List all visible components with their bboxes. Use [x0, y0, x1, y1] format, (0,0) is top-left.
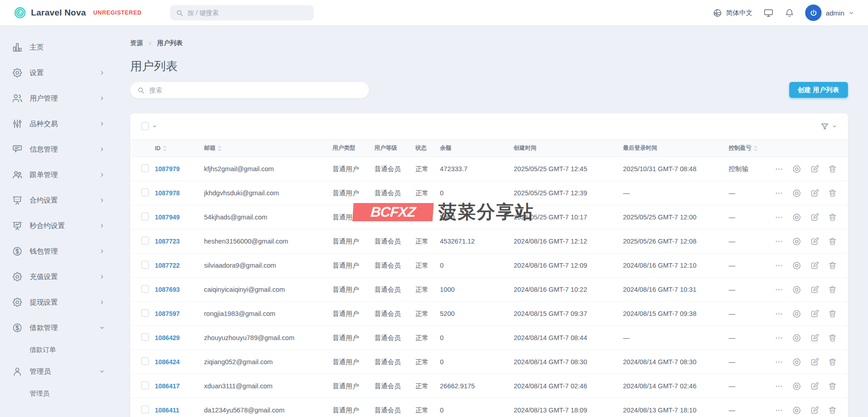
more-options-icon[interactable]	[775, 334, 783, 342]
view-icon[interactable]	[792, 357, 802, 367]
edit-icon[interactable]	[810, 309, 819, 318]
row-id-link[interactable]: 1087597	[155, 310, 180, 317]
resource-search[interactable]	[130, 82, 369, 98]
row-id-link[interactable]: 1086429	[155, 334, 180, 341]
edit-icon[interactable]	[810, 213, 819, 222]
delete-icon[interactable]	[828, 164, 837, 173]
sidebar-item[interactable]: 跟单管理	[0, 162, 117, 188]
sidebar-item[interactable]: 设置	[0, 60, 117, 86]
filter-dropdown[interactable]	[820, 122, 837, 131]
row-checkbox[interactable]	[141, 357, 149, 365]
edit-icon[interactable]	[810, 406, 819, 415]
row-control: —	[729, 181, 772, 205]
edit-icon[interactable]	[810, 237, 819, 246]
delete-icon[interactable]	[828, 309, 837, 318]
select-all-checkbox[interactable]	[141, 122, 149, 130]
column-header[interactable]: 控制盈亏	[729, 140, 772, 157]
sidebar-item[interactable]: 合约设置	[0, 188, 117, 213]
sidebar-subitem[interactable]: 管理员	[0, 384, 117, 402]
row-checkbox[interactable]	[141, 213, 149, 220]
more-options-icon[interactable]	[775, 310, 783, 318]
user-menu[interactable]: admin	[805, 5, 854, 21]
edit-icon[interactable]	[810, 381, 819, 391]
sidebar-item[interactable]: 信息管理	[0, 137, 117, 162]
edit-icon[interactable]	[810, 333, 819, 342]
row-checkbox[interactable]	[141, 406, 149, 413]
column-header[interactable]: 邮箱	[204, 140, 332, 157]
sidebar-subitem[interactable]: 借款订单	[0, 341, 117, 359]
view-icon[interactable]	[792, 333, 802, 343]
delete-icon[interactable]	[828, 213, 837, 222]
resource-search-input[interactable]	[149, 86, 362, 94]
delete-icon[interactable]	[828, 188, 837, 198]
sidebar-item[interactable]: 提现设置	[0, 290, 117, 315]
sidebar-item[interactable]: 用户管理	[0, 86, 117, 111]
sidebar-item[interactable]: 管理员	[0, 359, 117, 384]
view-icon[interactable]	[792, 309, 802, 319]
select-all-dropdown[interactable]	[141, 122, 157, 130]
view-icon[interactable]	[792, 261, 802, 270]
bell-icon[interactable]	[785, 8, 794, 18]
row-id-link[interactable]: 1086424	[155, 358, 180, 366]
row-checkbox[interactable]	[141, 381, 149, 389]
row-last-login: 2025/05/25 GMT-7 12:00	[623, 205, 729, 229]
brand[interactable]: Laravel Nova	[14, 6, 86, 19]
view-icon[interactable]	[792, 164, 802, 174]
global-search[interactable]	[170, 5, 314, 20]
view-icon[interactable]	[792, 237, 802, 246]
delete-icon[interactable]	[828, 285, 837, 294]
row-id-link[interactable]: 1087949	[155, 214, 180, 221]
delete-icon[interactable]	[828, 381, 837, 391]
sidebar-item[interactable]: 主页	[0, 35, 117, 60]
row-id-link[interactable]: 1087693	[155, 286, 180, 293]
more-options-icon[interactable]	[775, 406, 783, 415]
edit-icon[interactable]	[810, 261, 819, 270]
delete-icon[interactable]	[828, 357, 837, 366]
more-options-icon[interactable]	[775, 358, 783, 366]
sidebar-item[interactable]: 品种交易	[0, 111, 117, 137]
row-id-link[interactable]: 1087979	[155, 165, 180, 173]
more-options-icon[interactable]	[775, 165, 783, 173]
global-search-input[interactable]	[188, 9, 308, 16]
edit-icon[interactable]	[810, 188, 819, 198]
view-icon[interactable]	[792, 406, 802, 415]
edit-icon[interactable]	[810, 285, 819, 294]
delete-icon[interactable]	[828, 406, 837, 415]
more-options-icon[interactable]	[775, 285, 783, 294]
row-checkbox[interactable]	[141, 237, 149, 244]
row-id-link[interactable]: 1086417	[155, 382, 180, 390]
row-checkbox[interactable]	[141, 261, 149, 269]
more-options-icon[interactable]	[775, 213, 783, 222]
sidebar-item[interactable]: 充值设置	[0, 264, 117, 290]
view-icon[interactable]	[792, 285, 802, 295]
more-options-icon[interactable]	[775, 382, 783, 391]
column-header[interactable]: ID	[155, 140, 204, 157]
row-checkbox[interactable]	[141, 188, 149, 196]
sidebar-item[interactable]: 秒合约设置	[0, 213, 117, 239]
sidebar-item[interactable]: 借款管理	[0, 315, 117, 341]
more-options-icon[interactable]	[775, 237, 783, 246]
breadcrumb-resources[interactable]: 资源	[130, 39, 143, 47]
more-options-icon[interactable]	[775, 261, 783, 270]
delete-icon[interactable]	[828, 261, 837, 270]
edit-icon[interactable]	[810, 164, 819, 173]
delete-icon[interactable]	[828, 333, 837, 342]
language-switcher[interactable]: 简体中文	[713, 8, 752, 18]
row-id-link[interactable]: 1086411	[155, 407, 179, 414]
row-id-link[interactable]: 1087978	[155, 189, 180, 197]
row-id-link[interactable]: 1087723	[155, 238, 180, 245]
sidebar-item[interactable]: 钱包管理	[0, 239, 117, 264]
row-checkbox[interactable]	[141, 164, 149, 172]
edit-icon[interactable]	[810, 357, 819, 366]
desktop-icon[interactable]	[763, 8, 774, 18]
create-resource-button[interactable]: 创建 用户列表	[789, 82, 848, 98]
view-icon[interactable]	[792, 213, 802, 222]
view-icon[interactable]	[792, 381, 802, 391]
row-checkbox[interactable]	[141, 285, 149, 293]
view-icon[interactable]	[792, 188, 802, 198]
delete-icon[interactable]	[828, 237, 837, 246]
row-id-link[interactable]: 1087722	[155, 262, 180, 269]
more-options-icon[interactable]	[775, 189, 783, 198]
row-checkbox[interactable]	[141, 309, 149, 317]
row-checkbox[interactable]	[141, 333, 149, 341]
